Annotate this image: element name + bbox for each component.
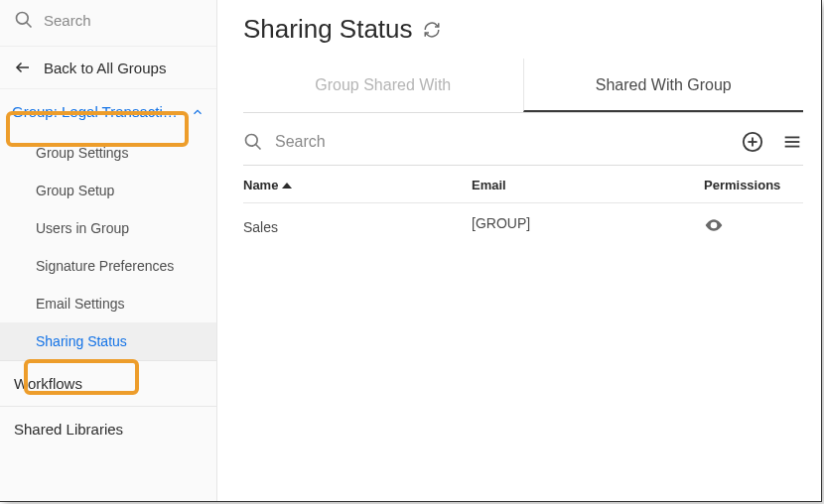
svg-point-12	[712, 223, 715, 226]
table-toolbar: Search	[243, 113, 803, 166]
back-label: Back to All Groups	[44, 60, 166, 76]
group-header-label: Group: Legal Transacti…	[12, 103, 191, 120]
menu-icon[interactable]	[781, 131, 803, 153]
table-search-placeholder[interactable]: Search	[275, 133, 730, 151]
sidebar-section-workflows[interactable]: Workflows	[0, 360, 216, 406]
cell-name: Sales	[243, 215, 472, 238]
col-header-name[interactable]: Name	[243, 178, 472, 192]
tab-label: Group Shared With	[315, 76, 451, 93]
search-icon[interactable]	[243, 132, 263, 152]
sidebar-item-email-settings[interactable]: Email Settings	[0, 285, 216, 322]
svg-line-4	[256, 145, 261, 150]
svg-point-3	[246, 135, 258, 147]
main-content: Sharing Status Group Shared With Shared …	[217, 0, 821, 501]
page-title-text: Sharing Status	[243, 14, 413, 45]
sort-asc-icon	[282, 181, 292, 190]
sidebar-search[interactable]: Search	[0, 0, 216, 46]
tab-group-shared-with[interactable]: Group Shared With	[243, 59, 523, 112]
svg-line-1	[27, 23, 32, 28]
add-icon[interactable]	[742, 131, 763, 153]
search-icon	[14, 10, 34, 30]
eye-icon	[704, 215, 724, 235]
table-header: Name Email Permissions	[243, 166, 803, 203]
sidebar-item-signature-preferences[interactable]: Signature Preferences	[0, 247, 216, 285]
arrow-left-icon	[14, 59, 32, 76]
table-row[interactable]: Sales [GROUP]	[243, 203, 803, 250]
refresh-icon[interactable]	[423, 21, 441, 39]
sidebar-item-users-in-group[interactable]: Users in Group	[0, 209, 216, 247]
col-header-label: Permissions	[704, 178, 780, 192]
sidebar-item-label: Group Setup	[36, 183, 114, 198]
col-header-label: Email	[472, 178, 506, 192]
col-header-label: Name	[243, 178, 278, 192]
sidebar-search-placeholder: Search	[44, 12, 91, 29]
sidebar-item-label: Sharing Status	[36, 333, 127, 349]
tabs: Group Shared With Shared With Group	[243, 59, 803, 113]
sidebar-item-label: Users in Group	[36, 220, 129, 236]
cell-permissions	[704, 215, 803, 238]
sidebar-item-group-setup[interactable]: Group Setup	[0, 172, 216, 209]
sidebar: Search Back to All Groups Group: Legal T…	[0, 0, 217, 501]
sidebar-item-label: Signature Preferences	[36, 258, 174, 274]
sidebar-item-label: Group Settings	[36, 145, 128, 161]
col-header-permissions[interactable]: Permissions	[704, 178, 803, 192]
sidebar-section-shared-libraries[interactable]: Shared Libraries	[0, 406, 216, 451]
sidebar-section-label: Workflows	[14, 375, 82, 392]
group-header[interactable]: Group: Legal Transacti…	[0, 89, 216, 134]
svg-marker-11	[282, 183, 292, 189]
back-to-all-groups[interactable]: Back to All Groups	[0, 46, 216, 89]
tab-shared-with-group[interactable]: Shared With Group	[523, 59, 804, 112]
col-header-email[interactable]: Email	[472, 178, 704, 192]
chevron-up-icon	[191, 105, 205, 119]
sidebar-item-group-settings[interactable]: Group Settings	[0, 134, 216, 172]
page-title: Sharing Status	[243, 8, 803, 59]
sidebar-item-label: Email Settings	[36, 296, 124, 312]
tab-label: Shared With Group	[596, 76, 732, 93]
sidebar-item-sharing-status[interactable]: Sharing Status	[0, 322, 216, 360]
svg-point-0	[17, 13, 29, 25]
cell-email: [GROUP]	[472, 215, 704, 238]
sidebar-section-label: Shared Libraries	[14, 421, 123, 438]
